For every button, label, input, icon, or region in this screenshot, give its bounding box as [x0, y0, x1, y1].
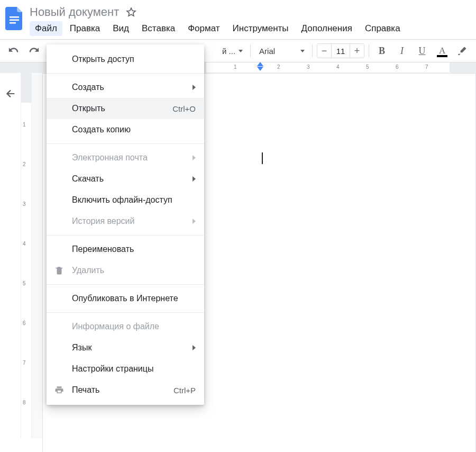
- highlight-button[interactable]: [454, 42, 471, 59]
- menu-file[interactable]: Файл: [30, 21, 62, 36]
- file-menu-email: Электронная почта: [47, 147, 204, 168]
- menu-separator: [47, 235, 204, 236]
- submenu-arrow-icon: [193, 176, 196, 182]
- font-size-plus[interactable]: +: [350, 46, 364, 57]
- menu-format[interactable]: Формат: [182, 21, 225, 36]
- menu-item-label: Печать: [72, 385, 173, 395]
- menu-addons[interactable]: Дополнения: [296, 21, 358, 36]
- caret-down-icon: [300, 50, 305, 52]
- vertical-ruler[interactable]: 1 2 3 4 5 6 7 8: [21, 73, 32, 438]
- menu-edit[interactable]: Правка: [65, 21, 105, 36]
- menu-item-label: Электронная почта: [72, 153, 196, 162]
- submenu-arrow-icon: [193, 345, 196, 350]
- menu-item-label: Открыть: [72, 104, 172, 113]
- file-menu-lang[interactable]: Язык: [47, 337, 204, 358]
- file-menu-print[interactable]: ПечатьCtrl+P: [47, 379, 204, 401]
- toolbar-separator: [312, 44, 313, 57]
- outline-back-button[interactable]: [5, 88, 16, 100]
- menu-view[interactable]: Вид: [107, 21, 134, 36]
- menu-item-label: Опубликовать в Интернете: [72, 294, 196, 303]
- indent-marker-icon[interactable]: [257, 62, 263, 71]
- star-icon[interactable]: [125, 6, 137, 18]
- docs-logo[interactable]: [4, 5, 25, 32]
- italic-button[interactable]: I: [393, 42, 410, 59]
- file-menu-open[interactable]: ОткрытьCtrl+O: [47, 98, 204, 119]
- file-menu-publish[interactable]: Опубликовать в Интернете: [47, 288, 204, 309]
- menu-item-label: Удалить: [72, 266, 196, 275]
- menu-item-label: Создать: [72, 83, 196, 92]
- paragraph-style-dropdown[interactable]: й ...: [218, 43, 246, 59]
- text-color-button[interactable]: A: [434, 42, 451, 59]
- menu-shortcut: Ctrl+P: [173, 386, 196, 395]
- menu-separator: [47, 73, 204, 74]
- bold-button[interactable]: B: [373, 42, 390, 59]
- menu-item-label: Информация о файле: [72, 322, 196, 331]
- menu-help[interactable]: Справка: [360, 21, 406, 36]
- file-menu-pagesetup[interactable]: Настройки страницы: [47, 358, 204, 379]
- file-menu-copy[interactable]: Создать копию: [47, 119, 204, 140]
- svg-rect-0: [10, 16, 19, 18]
- submenu-arrow-icon: [193, 85, 196, 90]
- submenu-arrow-icon: [193, 155, 196, 160]
- caret-down-icon: [239, 50, 243, 52]
- trash-icon: [54, 265, 65, 276]
- font-size-minus[interactable]: −: [317, 46, 331, 57]
- underline-button[interactable]: U: [414, 42, 431, 59]
- svg-rect-1: [10, 20, 19, 21]
- svg-rect-2: [10, 22, 16, 24]
- file-menu-rename[interactable]: Переименовать: [47, 239, 204, 260]
- file-menu-delete: Удалить: [47, 260, 204, 281]
- file-menu-info: Информация о файле: [47, 316, 204, 337]
- menu-item-label: Язык: [72, 343, 196, 352]
- menu-item-label: Включить офлайн-доступ: [72, 195, 196, 205]
- menu-separator: [47, 284, 204, 285]
- menu-item-label: История версий: [72, 216, 196, 226]
- menu-shortcut: Ctrl+O: [172, 104, 196, 113]
- text-cursor: [262, 152, 263, 164]
- paragraph-style-label: й ...: [222, 47, 235, 56]
- file-menu-new[interactable]: Создать: [47, 77, 204, 98]
- menu-separator: [47, 143, 204, 144]
- menubar: Файл Правка Вид Вставка Формат Инструмен…: [30, 21, 472, 39]
- file-menu-popup: Открыть доступСоздатьОткрытьCtrl+OСоздат…: [47, 44, 204, 405]
- toolbar-separator: [369, 44, 369, 57]
- submenu-arrow-icon: [193, 219, 196, 224]
- file-menu-share[interactable]: Открыть доступ: [47, 49, 204, 70]
- file-menu-history: История версий: [47, 211, 204, 232]
- file-menu-download[interactable]: Скачать: [47, 168, 204, 189]
- menu-insert[interactable]: Вставка: [136, 21, 180, 36]
- font-size-stepper: − 11 +: [317, 43, 364, 58]
- menu-item-label: Переименовать: [72, 245, 196, 254]
- toolbar-separator: [250, 44, 251, 57]
- menu-item-label: Создать копию: [72, 125, 196, 134]
- redo-button[interactable]: [25, 42, 42, 59]
- font-size-value[interactable]: 11: [331, 44, 350, 58]
- menu-separator: [47, 312, 204, 313]
- menu-item-label: Настройки страницы: [72, 364, 196, 374]
- menu-item-label: Скачать: [72, 174, 196, 184]
- font-family-dropdown[interactable]: Arial: [255, 43, 308, 59]
- menu-item-label: Открыть доступ: [72, 55, 196, 64]
- menu-tools[interactable]: Инструменты: [227, 21, 294, 36]
- undo-button[interactable]: [5, 42, 22, 59]
- file-menu-offline[interactable]: Включить офлайн-доступ: [47, 189, 204, 211]
- doc-title[interactable]: Новый документ: [30, 5, 119, 19]
- font-family-label: Arial: [259, 47, 275, 56]
- print-icon: [54, 385, 65, 395]
